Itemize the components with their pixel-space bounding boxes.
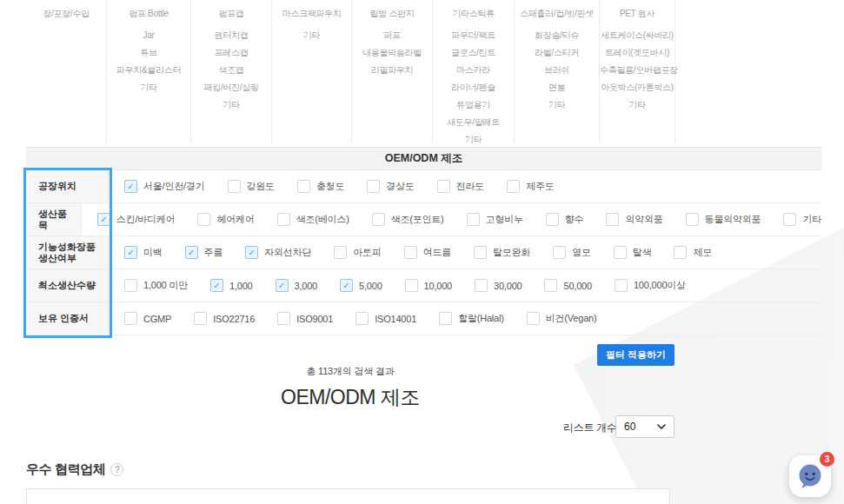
category-item[interactable]: 수축필름/오버랩포장	[600, 62, 675, 79]
category-item[interactable]: 기타	[107, 79, 190, 96]
category-item[interactable]: 글로스/틴트	[433, 44, 514, 62]
checkbox-icon	[124, 312, 137, 325]
category-item[interactable]: 기타	[272, 27, 351, 44]
filter-row-label: 공장위치	[26, 170, 109, 202]
checkbox-option[interactable]: 경상도	[367, 180, 414, 193]
checkbox-option[interactable]: 할랄(Halal)	[439, 312, 504, 325]
checkbox-option[interactable]: ISO9001	[277, 312, 333, 325]
checkbox-option[interactable]: ISO14001	[356, 312, 416, 325]
checkbox-option[interactable]: 자외선차단	[245, 246, 311, 259]
category-item[interactable]: 마스크팩파우치	[272, 5, 351, 23]
checkbox-option[interactable]: ISO22716	[194, 312, 255, 325]
category-item[interactable]: Jar	[107, 27, 190, 44]
chat-widget-button[interactable]: 3	[789, 455, 831, 497]
category-item[interactable]: 세트케이스(싸바리)	[600, 27, 675, 44]
checkbox-option[interactable]: 5,000	[340, 279, 382, 292]
checkbox-icon	[606, 213, 619, 226]
checkbox-option[interactable]: 주름	[185, 246, 223, 259]
category-item[interactable]: 면봉	[515, 79, 599, 96]
category-item[interactable]: 튜브	[107, 44, 190, 62]
checkbox-option[interactable]: 1,000 미만	[124, 279, 188, 292]
category-item[interactable]: 퍼프	[352, 27, 432, 44]
checkbox-option[interactable]: 전라도	[437, 180, 484, 193]
checkbox-option[interactable]: 1,000	[210, 279, 253, 292]
checkbox-option[interactable]: 서울/인천/경기	[124, 180, 205, 193]
category-item[interactable]: 펌프캡	[191, 5, 271, 23]
category-item[interactable]: 색조캡	[191, 62, 271, 79]
list-count-select[interactable]: 60	[615, 415, 675, 438]
checkbox-option[interactable]: 동물의약외품	[686, 213, 761, 226]
category-column: 기타스틱류 파우더/팩트 글로스/틴트 마스카라 라이너/펜슬 듀얼용기 새도우…	[433, 0, 515, 144]
filter-row-production-items: 생산품목 스킨/바디케어 헤어케어 색조(베이스) 색조(포인트) 고형비누 향…	[26, 203, 821, 236]
category-item[interactable]: 프레스캡	[191, 44, 271, 62]
filter-row-label: 최소생산수량	[26, 269, 109, 302]
category-item[interactable]: 내용물막음라벨	[352, 44, 432, 62]
checkbox-option[interactable]: 30,000	[475, 279, 522, 292]
section-header-title: OEM/ODM 제조	[385, 151, 463, 166]
checkbox-icon	[210, 279, 223, 292]
category-item[interactable]: 기타	[191, 96, 271, 114]
category-item[interactable]: 새도우/팔레트	[433, 114, 514, 131]
checkbox-option[interactable]: 제주도	[507, 180, 554, 193]
checkbox-icon	[185, 246, 198, 259]
category-item[interactable]: 기타	[515, 96, 599, 114]
category-item[interactable]: 듀얼용기	[433, 96, 514, 114]
checkbox-option[interactable]: 향수	[546, 213, 584, 226]
category-item[interactable]: 마스카라	[433, 62, 514, 79]
category-item[interactable]: 원터치캡	[191, 27, 271, 44]
checkbox-option[interactable]: 비건(Vegan)	[527, 312, 597, 325]
category-item[interactable]: 라벨/스티커	[515, 44, 599, 62]
checkbox-option[interactable]: 색조(베이스)	[277, 213, 349, 226]
section-header-bar: OEM/ODM 제조	[26, 147, 821, 170]
checkbox-option[interactable]: 염모	[553, 246, 591, 259]
category-item[interactable]: 장/포장/수입	[26, 5, 106, 23]
checkbox-icon	[124, 180, 137, 193]
filter-row-label: 기능성화장품 생산여부	[26, 236, 109, 269]
list-count-value: 60	[624, 421, 657, 433]
checkbox-option[interactable]: 스킨/바디케어	[97, 213, 176, 226]
category-item[interactable]: 기타스틱류	[433, 5, 514, 23]
checkbox-option[interactable]: 색조(포인트)	[372, 213, 444, 226]
category-item[interactable]: 기타	[433, 131, 514, 149]
category-item[interactable]: 라이너/펜슬	[433, 79, 514, 96]
filter-options: 서울/인천/경기 강원도 충청도 경상도 전라도 제주도	[109, 170, 821, 202]
checkbox-option[interactable]: CGMP	[124, 312, 171, 325]
filter-row-functional-cosmetics: 기능성화장품 생산여부 미백 주름 자외선차단 아토피 여드름 탈모완화 염모 …	[26, 236, 821, 269]
category-item[interactable]: 파우치&블리스터	[107, 62, 190, 79]
category-item[interactable]: PET 원사	[600, 5, 675, 23]
checkbox-option[interactable]: 강원도	[228, 180, 275, 193]
checkbox-option[interactable]: 여드름	[404, 246, 451, 259]
checkbox-option[interactable]: 탈색	[614, 246, 652, 259]
checkbox-option[interactable]: 고형비누	[467, 213, 523, 226]
apply-filter-button[interactable]: 필터 적용하기	[597, 344, 675, 366]
checkbox-icon	[467, 213, 480, 226]
category-item[interactable]: 립밤 스펀지	[352, 5, 432, 23]
category-column: 립밤 스펀지 퍼프 내용물막음라벨 리필파우치	[352, 0, 433, 144]
help-icon[interactable]: ?	[110, 463, 123, 476]
category-item[interactable]: 화장솜/티슈	[515, 27, 599, 44]
checkbox-option[interactable]: 10,000	[405, 279, 452, 292]
checkbox-option[interactable]: 탈모완화	[474, 246, 530, 259]
checkbox-option[interactable]: 50,000	[544, 279, 591, 292]
category-item[interactable]: 펌프 Bottle	[107, 5, 190, 23]
category-item[interactable]: 브러쉬	[515, 62, 599, 79]
category-item[interactable]: 리필파우치	[352, 62, 432, 79]
checkbox-option[interactable]: 3,000	[276, 279, 318, 292]
checkbox-icon	[553, 246, 566, 259]
checkbox-option[interactable]: 100,000이상	[615, 279, 686, 292]
checkbox-icon	[475, 279, 488, 292]
checkbox-option[interactable]: 헤어케어	[197, 213, 254, 226]
category-item[interactable]: 파우더/팩트	[433, 27, 514, 44]
category-item[interactable]: 아웃박스(카톤박스)	[600, 79, 675, 96]
category-item[interactable]: 기타	[600, 96, 675, 114]
filter-row-label: 생산품목	[26, 203, 82, 235]
checkbox-option[interactable]: 아토피	[334, 246, 381, 259]
category-item[interactable]: 스패츌러/컵/빗/핀셋	[515, 5, 599, 23]
checkbox-option[interactable]: 기타	[783, 213, 821, 226]
checkbox-option[interactable]: 충청도	[297, 180, 344, 193]
category-item[interactable]: 패킹/버진/실링	[191, 79, 271, 96]
checkbox-option[interactable]: 제모	[674, 246, 712, 259]
checkbox-option[interactable]: 의약외품	[606, 213, 662, 226]
category-item[interactable]: 트레이(겟도바시)	[600, 44, 675, 62]
checkbox-option[interactable]: 미백	[124, 246, 163, 259]
